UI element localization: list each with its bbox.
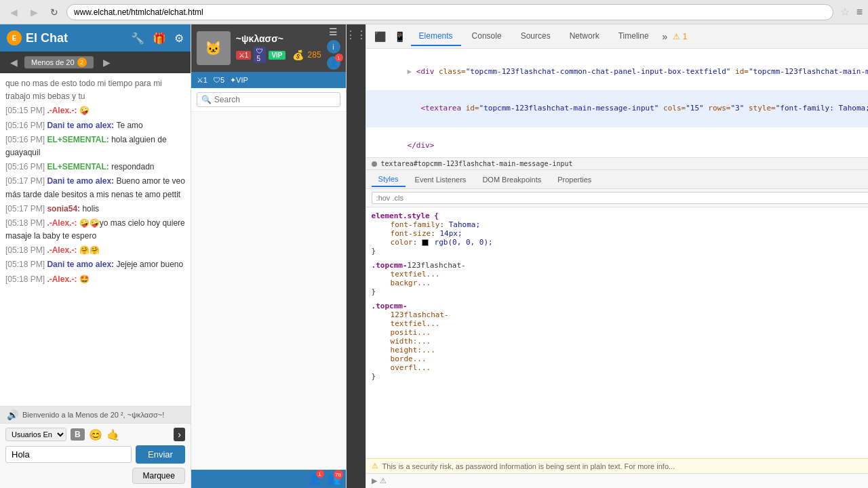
msg-line-5: [05:17 PM] Dani te amo alex: Bueno amor … xyxy=(5,175,185,201)
right-sidebar: ⋮⋮ xyxy=(347,24,366,488)
room-name: Menos de 20 xyxy=(31,58,75,66)
coin-count: 285 xyxy=(308,50,321,60)
chat-header-icons: 🔧 🎁 ⚙ xyxy=(131,32,184,45)
color-swatch-black[interactable] xyxy=(422,239,429,246)
prev-room-button[interactable]: ◀ xyxy=(5,54,22,70)
warning-badge: ⚠ 1 xyxy=(673,32,687,41)
user-info-button[interactable]: i xyxy=(327,40,340,54)
chat-panel: E El Chat 🔧 🎁 ⚙ ◀ Menos de 20 2 ▶ que no… xyxy=(0,24,191,488)
expand-arrow[interactable]: ▶ xyxy=(372,476,377,485)
tab-elements[interactable]: Elements xyxy=(411,27,461,46)
extra-icon-button[interactable]: 🤙 xyxy=(106,428,120,441)
style-rule-element: element.style { font-family: Tahoma; fon… xyxy=(372,211,868,256)
badge-vip: VIP xyxy=(269,51,285,60)
sidebar-icon-1[interactable]: ⋮⋮ xyxy=(345,28,367,41)
user-badge-count: 1 xyxy=(335,54,343,62)
room-tab-active[interactable]: Menos de 20 2 xyxy=(24,56,94,68)
bold-button[interactable]: B xyxy=(71,428,85,441)
search-bar: 🔍 xyxy=(191,88,346,112)
right-chat-panel: 🐱 ~ψκλασσ~ ⚔1 🛡5 VIP 💰 285 ☰ i 👤 1 xyxy=(191,24,347,488)
filter-bar: + xyxy=(366,189,868,207)
badge-sword: ⚔1 xyxy=(236,51,252,60)
users-list xyxy=(191,112,346,470)
chat-input-area: Usuarios En B 😊 🤙 › Enviar Marquee xyxy=(0,423,191,488)
address-bar[interactable] xyxy=(66,4,833,20)
tools-icon[interactable]: 🔧 xyxy=(131,32,144,45)
audio-icon: 🔊 xyxy=(7,409,18,420)
forward-button[interactable]: ▶ xyxy=(26,4,42,20)
style-rule-topcmm-1: .topcmm-123flashchat- css:1 textfiel... … xyxy=(372,261,868,296)
emoji-button[interactable]: 😊 xyxy=(89,428,102,441)
user-avatar: 🐱 xyxy=(197,31,231,65)
logo-circle: E xyxy=(7,30,22,45)
bookmark-icon[interactable]: ☆ xyxy=(840,5,850,18)
dom-line-3[interactable]: </div> xyxy=(366,127,868,157)
menu-icon[interactable]: ≡ xyxy=(856,6,863,18)
btn-row: Marquee xyxy=(5,468,185,484)
settings-icon[interactable]: ⚙ xyxy=(174,32,184,45)
tab-network[interactable]: Network xyxy=(561,27,608,46)
tab-sources[interactable]: Sources xyxy=(513,27,559,46)
dt-sub-toolbar: Styles Event Listeners DOM Breakpoints P… xyxy=(366,170,868,189)
chat-header: E El Chat 🔧 🎁 ⚙ xyxy=(0,24,191,52)
sub-tab-properties[interactable]: Properties xyxy=(551,173,598,186)
level-badge-3: ✦VIP xyxy=(230,76,248,85)
online-bar: 👤 1 👥 78 xyxy=(191,470,346,488)
sub-tab-dom-breakpoints[interactable]: DOM Breakpoints xyxy=(475,173,548,186)
lang-select[interactable]: Usuarios En xyxy=(5,428,66,441)
msg-line-8: [05:18 PM] .-Alex.-: 🤗🤗 xyxy=(5,244,185,257)
input-row-text: Enviar xyxy=(5,445,185,464)
dom-line-1[interactable]: ▶ <div class="topcmm-123flashchat-common… xyxy=(366,53,868,90)
style-selector-topcmm-2: .topcmm- xyxy=(372,302,408,310)
warning-icon: ⚠ xyxy=(372,462,378,470)
sub-tab-styles[interactable]: Styles xyxy=(372,172,406,187)
dom-panel: ▶ <div class="topcmm-123flashchat-common… xyxy=(366,49,868,157)
status-text: Bienvenido a la Menos de 20 ², ~ψκλασσ~! xyxy=(22,411,164,419)
user-name: ~ψκλασσ~ xyxy=(236,33,321,44)
devtools-toolbar: ⬛ 📱 Elements Console Sources Network Tim… xyxy=(366,24,868,49)
rooms-bar: ◀ Menos de 20 2 ▶ xyxy=(0,52,191,73)
expand-button[interactable]: › xyxy=(174,428,185,441)
console-prompt: ⚠ xyxy=(380,476,387,485)
msg-line-2: [05:16 PM] Dani te amo alex: Te amo xyxy=(5,119,185,132)
back-button[interactable]: ◀ xyxy=(5,4,22,20)
search-icon: 🔍 xyxy=(201,95,212,104)
chat-logo: E El Chat xyxy=(7,30,68,45)
user-level-bar: ⚔1 🛡5 ✦VIP xyxy=(191,72,346,88)
tab-timeline[interactable]: Timeline xyxy=(610,27,657,46)
chat-input[interactable] xyxy=(5,446,132,463)
more-tabs-button[interactable]: » xyxy=(660,28,671,45)
tab-console[interactable]: Console xyxy=(464,27,510,46)
gift-icon[interactable]: 🎁 xyxy=(153,32,166,45)
room-badge: 2 xyxy=(77,58,87,67)
element-bar-text: textarea#topcmm-123flashchat-main-messag… xyxy=(381,160,573,167)
main-content: E El Chat 🔧 🎁 ⚙ ◀ Menos de 20 2 ▶ que no… xyxy=(0,24,868,488)
next-room-button[interactable]: ▶ xyxy=(99,54,115,70)
search-input[interactable] xyxy=(214,95,336,104)
coin-icon: 💰 xyxy=(292,49,304,60)
styles-left-panel: + element.style { font-family: Tahoma; f… xyxy=(366,189,868,458)
msg-line-10: [05:18 PM] .-Alex.-: 🤩 xyxy=(5,273,185,286)
filter-input[interactable] xyxy=(372,192,868,204)
search-input-wrap: 🔍 xyxy=(197,92,340,107)
level-badge-1: ⚔1 xyxy=(197,76,208,85)
online-user-icon-1: 👤 1 xyxy=(308,472,321,485)
input-row-controls: Usuarios En B 😊 🤙 › xyxy=(5,428,185,441)
msg-line-3: [05:16 PM] EL+SEMENTAL: hola alguien de … xyxy=(5,134,185,159)
send-button[interactable]: Enviar xyxy=(136,445,185,464)
devtools-panel: ⬛ 📱 Elements Console Sources Network Tim… xyxy=(366,24,868,488)
warning-bar: ⚠ This is a security risk, as password i… xyxy=(366,458,868,473)
marquee-button[interactable]: Marquee xyxy=(132,468,184,484)
user-badge-button[interactable]: 👤 1 xyxy=(327,56,340,70)
dom-line-2[interactable]: <textarea id="topcmm-123flashchat-main-m… xyxy=(366,90,868,127)
element-bar: textarea#topcmm-123flashchat-main-messag… xyxy=(366,157,868,170)
device-button[interactable]: 📱 xyxy=(391,28,408,45)
msg-gray-1: que no mas de esto todo mi tiempo para m… xyxy=(5,77,185,103)
style-selector-topcmm-1: .topcmm- xyxy=(372,261,408,270)
user-menu-icon[interactable]: ☰ xyxy=(329,26,338,37)
sub-tab-event-listeners[interactable]: Event Listeners xyxy=(408,173,473,186)
user-info: ~ψκλασσ~ ⚔1 🛡5 VIP 💰 285 xyxy=(236,33,321,63)
dt-bottom: ▶ ⚠ xyxy=(366,473,868,488)
reload-button[interactable]: ↻ xyxy=(46,4,62,20)
inspect-button[interactable]: ⬛ xyxy=(372,28,389,45)
